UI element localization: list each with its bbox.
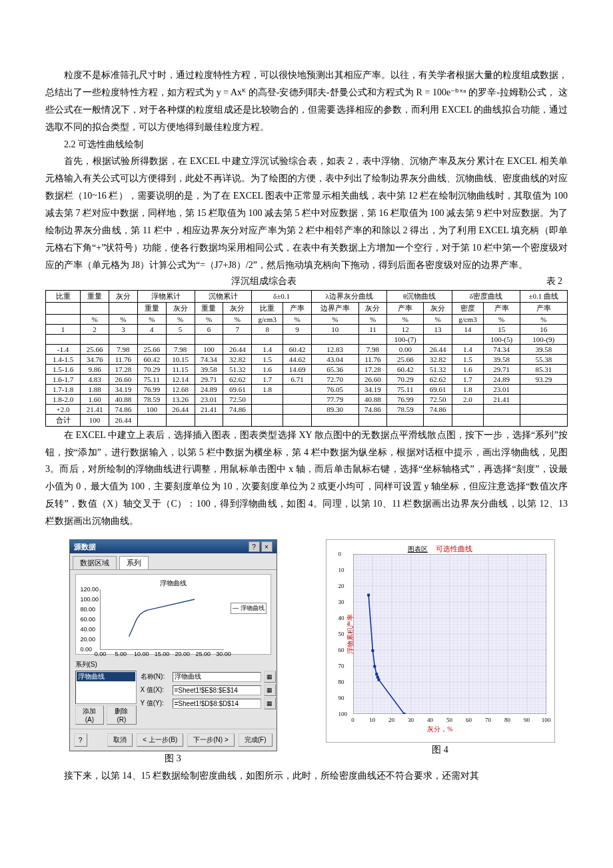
close-icon[interactable]: × xyxy=(261,541,273,552)
table-cell xyxy=(283,334,312,344)
chart-title: 可选性曲线 xyxy=(436,545,472,553)
table-cell: 灰分 xyxy=(223,302,252,314)
table-cell: 34.19 xyxy=(109,384,137,394)
table-cell: 24.89 xyxy=(483,374,520,384)
back-button[interactable]: < 上一步(B) xyxy=(137,733,183,747)
table-cell xyxy=(283,384,312,394)
table-cell: 1.6 xyxy=(252,364,283,374)
x-tick: 30 xyxy=(408,717,414,723)
table-cell: 1.7-1.8 xyxy=(46,384,81,394)
table-cell: 26.44 xyxy=(424,344,452,354)
x-tick: 100 xyxy=(542,717,551,723)
x-tick: 70 xyxy=(485,717,491,723)
table-cell: g/cm3 xyxy=(252,314,283,324)
table-cell: 43.04 xyxy=(311,354,358,364)
table-cell: % xyxy=(137,314,166,324)
y-tick: 80 xyxy=(338,679,344,685)
table-cell xyxy=(109,334,137,344)
table-cell xyxy=(252,334,283,344)
table-cell xyxy=(283,414,312,426)
add-button[interactable]: 添加(A) xyxy=(75,705,105,725)
help-icon[interactable]: ? xyxy=(249,541,260,552)
list-item[interactable]: 浮物曲线 xyxy=(77,672,135,681)
table-cell: 74.86 xyxy=(358,404,387,414)
finish-button[interactable]: 完成(F) xyxy=(239,733,273,747)
table-cell: % xyxy=(424,314,452,324)
table-cell xyxy=(109,302,137,314)
delete-button[interactable]: 删除(R) xyxy=(107,705,136,725)
range-picker-icon[interactable]: ▦ xyxy=(264,684,276,696)
table-cell xyxy=(195,334,223,344)
table-cell: 24.89 xyxy=(195,384,223,394)
table-cell: 100 xyxy=(137,404,166,414)
y-tick: 70 xyxy=(338,663,344,669)
tab-data-range[interactable]: 数据区域 xyxy=(73,556,117,569)
table-cell xyxy=(252,414,283,426)
table-cell: 0.00 xyxy=(387,344,424,354)
x-values-field[interactable] xyxy=(173,685,261,695)
table-cell: 密度 xyxy=(452,302,483,314)
table-cell: 51.32 xyxy=(424,364,452,374)
table-cell xyxy=(311,414,358,426)
table-cell: 21.41 xyxy=(195,404,223,414)
table-cell: 76.99 xyxy=(137,384,166,394)
table-cell xyxy=(46,314,81,324)
table-cell xyxy=(358,414,387,426)
table-cell: 39.58 xyxy=(520,344,567,354)
x-tick: 50 xyxy=(446,717,452,723)
table-cell xyxy=(358,334,387,344)
table-cell: +2.0 xyxy=(46,404,81,414)
table-cell: 1.4-1.5 xyxy=(46,354,81,364)
table-cell: 70.29 xyxy=(387,374,424,384)
table-cell: % xyxy=(81,314,109,324)
table-header: 沉物累计 xyxy=(195,290,252,302)
table-cell xyxy=(46,302,81,314)
table-cell: 1.8 xyxy=(252,384,283,394)
series-listbox[interactable]: 浮物曲线 xyxy=(75,671,137,704)
x-tick: 40 xyxy=(427,717,433,723)
x-tick: 90 xyxy=(524,717,530,723)
table-cell: 39.58 xyxy=(195,364,223,374)
table-cell: 1.88 xyxy=(81,384,109,394)
y-values-field[interactable] xyxy=(173,699,261,709)
tab-series[interactable]: 系列 xyxy=(119,556,149,569)
table-cell xyxy=(81,334,109,344)
table-cell: 1.7 xyxy=(252,374,283,384)
name-label: 名称(N): xyxy=(141,672,170,681)
y-axis-label: 浮物累积产率 xyxy=(346,614,355,654)
table-cell: 74.86 xyxy=(424,404,452,414)
range-picker-icon[interactable]: ▦ xyxy=(264,671,276,683)
table-cell: 13 xyxy=(424,324,452,334)
y-tick: 50 xyxy=(338,631,344,637)
svg-rect-105 xyxy=(373,665,376,668)
table-cell: 5 xyxy=(166,324,195,334)
next-button[interactable]: 下一步(N) > xyxy=(187,733,235,747)
table-cell: 100-(9) xyxy=(520,334,567,344)
table-cell: 8 xyxy=(252,324,283,334)
table-cell: 72.70 xyxy=(311,374,358,384)
table-cell xyxy=(520,384,567,394)
range-picker-icon[interactable]: ▦ xyxy=(264,697,276,709)
name-field[interactable] xyxy=(173,672,261,682)
table-cell: 26.44 xyxy=(223,344,252,354)
table-header: δ密度曲线 xyxy=(452,290,520,302)
table-cell: 32.82 xyxy=(223,354,252,364)
table-cell: 12 xyxy=(387,324,424,334)
table-cell: 25.66 xyxy=(137,344,166,354)
figure-caption: 图 3 xyxy=(165,753,181,765)
y-tick: 40 xyxy=(338,615,344,621)
selectivity-chart: 图表区 可选性曲线 浮物累积产率 00101020203030404050506… xyxy=(326,539,555,743)
cancel-button[interactable]: 取消 xyxy=(107,733,133,747)
help-button[interactable]: ? xyxy=(74,733,87,747)
table-cell: 74.86 xyxy=(223,404,252,414)
table-cell xyxy=(452,414,483,426)
source-data-dialog: 源数据 ? × 数据区域 系列 浮物曲线 — 浮物曲线 120.00100.00… xyxy=(69,539,277,751)
table-cell: 7 xyxy=(223,324,252,334)
table-cell: 69.61 xyxy=(223,384,252,394)
table-cell: 比重 xyxy=(252,302,283,314)
legend-item: — 浮物曲线 xyxy=(231,603,267,614)
table-cell: % xyxy=(223,314,252,324)
table-cell: 12.14 xyxy=(166,374,195,384)
y-tick: 20 xyxy=(338,583,344,589)
x-tick: 0 xyxy=(351,717,354,723)
